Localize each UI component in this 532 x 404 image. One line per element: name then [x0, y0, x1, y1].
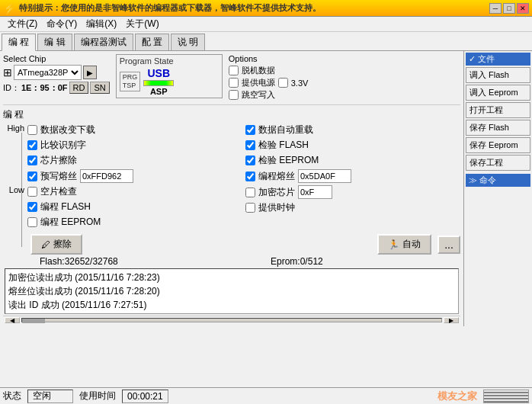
state-value: 空闲 [27, 390, 73, 403]
time-value: 00:00:21 [122, 390, 168, 403]
encrypt-chip-value[interactable] [298, 185, 332, 199]
cb-pre-write-fuse[interactable] [27, 172, 37, 181]
log-line-1: 熔丝位读出成功 (2015/11/16 7:28:20) [8, 284, 455, 298]
menu-about[interactable]: 关于(W) [121, 17, 163, 31]
cb-verify-flash-label: 检验 FLASH [258, 139, 309, 152]
auto-icon: 🏃 [388, 239, 399, 250]
cb-verify-eeprom-label: 检验 EEPROM [258, 154, 319, 167]
info-row: Flash:32652/32768 Eprom:0/512 [3, 256, 460, 267]
options-label: Options [229, 54, 309, 63]
top-row: Select Chip ⊞ ATmega328P ATmega328 ATmeg… [3, 54, 460, 105]
status-bar: 状态 空闲 使用时间 00:00:21 模友之家 [0, 387, 532, 404]
cb-program-flash-label: 编程 FLASH [40, 200, 91, 213]
rd-button[interactable]: RD [69, 82, 89, 94]
cb-program-eeprom[interactable] [27, 217, 37, 227]
cb-data-change-download[interactable] [27, 125, 37, 135]
opt-skip-write-label: 跳空写入 [242, 89, 275, 101]
scrollbar-track[interactable] [21, 318, 442, 322]
menu-edit[interactable]: 编辑(X) [82, 17, 121, 31]
sidebar-cmd-header: ≫ 命令 [466, 174, 530, 187]
state-label: 状态 [3, 390, 21, 402]
menu-bar: 文件(Z) 命令(Y) 编辑(X) 关于(W) [0, 17, 532, 32]
menu-file[interactable]: 文件(Z) [3, 17, 42, 31]
scrollbar-thumb[interactable] [22, 319, 45, 323]
biancheng-label: 编 程 [3, 108, 460, 121]
close-button[interactable]: ✕ [517, 3, 529, 14]
id-value: 1E：95：0F [21, 82, 68, 94]
qr-code [483, 390, 529, 403]
opt-3v3-checkbox[interactable] [278, 78, 288, 88]
chip-icon: ⊞ [3, 66, 12, 79]
buttons-row: 🖊 擦除 🏃 自动 ... [3, 234, 460, 255]
tab-program[interactable]: 编 程 [2, 34, 36, 51]
sidebar-open-project[interactable]: 打开工程 [466, 102, 530, 118]
tab-edit[interactable]: 编 辑 [37, 34, 72, 50]
right-sidebar: ✓ 文件 调入 Flash 调入 Eeprom 打开工程 保存 Flash 保存… [463, 51, 532, 326]
cb-blank-check[interactable] [27, 187, 37, 197]
sidebar-save-eeprom[interactable]: 保存 Eeprom [466, 137, 530, 153]
checkboxes-left: 数据改变下载 比较识别字 芯片擦除 预写熔丝 空片检查 [27, 123, 242, 231]
tab-config[interactable]: 配 置 [135, 34, 169, 50]
cb-provide-clock[interactable] [245, 203, 255, 213]
cb-chip-erase-label: 芯片擦除 [40, 154, 77, 167]
auto-button[interactable]: 🏃 自动 [377, 234, 431, 255]
cb-program-fuse[interactable] [245, 172, 255, 181]
cb-verify-eeprom[interactable] [245, 156, 255, 165]
opt-offline-data-checkbox[interactable] [229, 66, 239, 75]
sidebar-save-project[interactable]: 保存工程 [466, 155, 530, 171]
chip-select[interactable]: ATmega328P ATmega328 ATmega168P [14, 65, 82, 80]
cb-chip-erase[interactable] [27, 156, 37, 165]
opt-skip-write-checkbox[interactable] [229, 90, 239, 100]
erase-icon: 🖊 [41, 239, 50, 250]
tab-programmer-test[interactable]: 编程器测试 [74, 34, 133, 50]
time-label: 使用时间 [79, 390, 116, 402]
sidebar-files-header: ✓ 文件 [466, 53, 530, 66]
cb-encrypt-chip[interactable] [245, 188, 255, 197]
log-line-2: 读出 ID 成功 (2015/11/16 7:27:51) [8, 298, 455, 312]
sidebar-save-flash[interactable]: 保存 Flash [466, 120, 530, 136]
dots-button[interactable]: ... [437, 236, 460, 254]
cb-encrypt-chip-label: 加密芯片 [258, 186, 295, 199]
scroll-right-button[interactable]: ▶ [444, 317, 459, 323]
cb-provide-clock-label: 提供时钟 [258, 201, 295, 214]
tab-bar: 编 程 编 辑 编程器测试 配 置 说 明 [0, 32, 532, 51]
options-section: Options 脱机数据 提供电源 3.3V 跳空写入 [229, 54, 309, 101]
eprom-info: Eprom:0/512 [271, 256, 323, 267]
opt-power-label: 提供电源 [242, 77, 275, 88]
log-line-0: 加密位读出成功 (2015/11/16 7:28:23) [8, 271, 455, 284]
auto-label: 自动 [402, 238, 421, 251]
program-state-label: Program State [120, 56, 219, 66]
cb-program-flash[interactable] [27, 202, 37, 212]
level-low-label: Low [9, 185, 24, 194]
erase-button[interactable]: 🖊 擦除 [30, 234, 82, 255]
menu-cmd[interactable]: 命令(Y) [42, 17, 82, 31]
main-area: Select Chip ⊞ ATmega328P ATmega328 ATmeg… [0, 51, 532, 326]
pre-write-fuse-value[interactable] [80, 169, 133, 183]
sidebar-load-flash[interactable]: 调入 Flash [466, 67, 530, 83]
cb-auto-reload-label: 数据自动重载 [258, 123, 313, 136]
cb-compare-id-label: 比较识别字 [40, 139, 86, 152]
usb-label: USB [147, 67, 170, 79]
warning-text: 特别提示：您使用的是非智峰软件的编程器或下载器，智峰软件不提供技术支持。 [19, 2, 489, 14]
opt-power-checkbox[interactable] [229, 78, 239, 88]
checkboxes-area: High Low 数据改变下载 比较识别字 芯片擦除 [3, 123, 460, 231]
sn-button[interactable]: SN [90, 82, 109, 94]
chip-arrow-button[interactable]: ▶ [83, 66, 97, 79]
scroll-left-button[interactable]: ◀ [5, 317, 20, 323]
log-section: 加密位读出成功 (2015/11/16 7:28:23) 熔丝位读出成功 (20… [5, 268, 459, 314]
select-chip-section: Select Chip ⊞ ATmega328P ATmega328 ATmeg… [3, 54, 110, 94]
sidebar-load-eeprom[interactable]: 调入 Eeprom [466, 85, 530, 101]
prg-tsp-indicator: PRG TSP [120, 72, 141, 91]
scrollbar-area[interactable]: ◀ ▶ [3, 316, 460, 323]
restore-button[interactable]: □ [503, 3, 515, 14]
opt-3v3-label: 3.3V [291, 79, 309, 88]
program-fuse-value[interactable] [298, 169, 351, 183]
erase-label: 擦除 [53, 238, 72, 251]
cb-auto-reload[interactable] [245, 125, 255, 135]
minimize-button[interactable]: ─ [489, 3, 502, 14]
cb-compare-id[interactable] [27, 140, 37, 150]
program-state-section: Program State PRG TSP USB ASP [116, 54, 223, 98]
cb-verify-flash[interactable] [245, 140, 255, 150]
watermark-text: 模友之家 [437, 390, 477, 403]
tab-description[interactable]: 说 明 [171, 34, 205, 50]
